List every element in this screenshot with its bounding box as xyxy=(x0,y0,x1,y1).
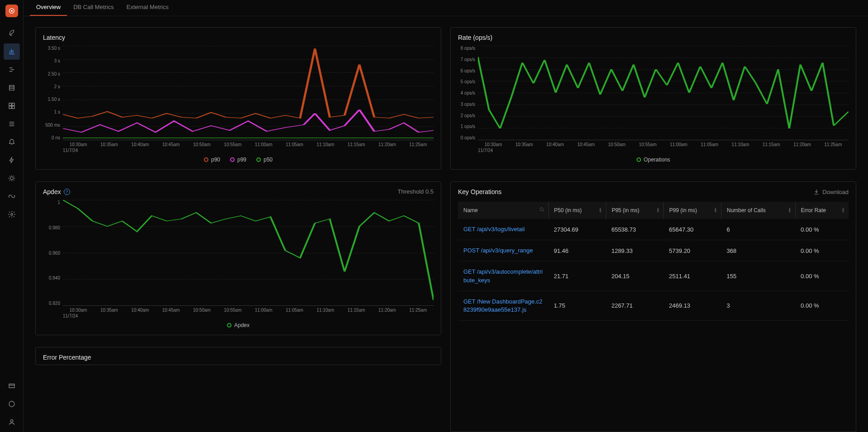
latency-x-axis: 10:30am10:35am10:40am10:45am10:50am10:55… xyxy=(63,142,434,147)
table-row: GET /api/v3/autocomplete/attribute_keys … xyxy=(458,261,849,291)
rate-y-axis: 8 ops/s7 ops/s6 ops/s5 ops/s4 ops/s3 ops… xyxy=(458,46,478,140)
traces-icon[interactable] xyxy=(4,62,20,78)
svg-point-3 xyxy=(11,214,13,215)
cell-error: 0.00 % xyxy=(795,291,849,320)
cell-error: 0.00 % xyxy=(795,219,849,240)
tab-db-call-metrics[interactable]: DB Call Metrics xyxy=(67,0,120,16)
apdex-line xyxy=(63,200,434,300)
sidebar xyxy=(0,0,24,432)
cell-p50: 27304.69 xyxy=(548,219,606,240)
key-ops-table: Name P50 (in ms)▲▼ P95 (in ms)▲▼ P99 (in… xyxy=(458,202,849,321)
col-name[interactable]: Name xyxy=(458,202,548,219)
key-operations-card: Key Operations Download Name P50 (in ms)… xyxy=(450,181,856,432)
tab-bar: Overview DB Call Metrics External Metric… xyxy=(24,0,868,16)
cell-calls: 6 xyxy=(721,219,795,240)
col-p95[interactable]: P95 (in ms)▲▼ xyxy=(606,202,663,219)
apdex-threshold: Threshold 0.5 xyxy=(398,188,434,195)
sort-icon: ▲▼ xyxy=(599,208,602,213)
app-logo[interactable] xyxy=(5,5,18,17)
error-pct-title: Error Percentage xyxy=(43,354,434,361)
user-icon[interactable] xyxy=(4,414,20,430)
rate-x-axis: 10:30am10:35am10:40am10:45am10:50am10:55… xyxy=(478,142,849,147)
col-p50[interactable]: P50 (in ms)▲▼ xyxy=(548,202,606,219)
cell-calls: 155 xyxy=(721,261,795,291)
support-icon[interactable] xyxy=(4,396,20,412)
search-icon[interactable] xyxy=(539,207,545,214)
svg-point-5 xyxy=(540,208,543,211)
cell-p99: 2469.13 xyxy=(664,291,721,320)
list-icon[interactable] xyxy=(4,116,20,132)
col-calls[interactable]: Number of Calls▲▼ xyxy=(721,202,795,219)
cell-p99: 5739.20 xyxy=(664,240,721,261)
col-p99[interactable]: P99 (in ms)▲▼ xyxy=(664,202,721,219)
cell-error: 0.00 % xyxy=(795,261,849,291)
cell-p99: 2511.41 xyxy=(664,261,721,291)
legend-operations[interactable]: Operations xyxy=(637,157,670,163)
apdex-title: Apdex ? xyxy=(43,188,434,195)
cell-p95: 204.15 xyxy=(606,261,663,291)
latency-date: 11/7/24 xyxy=(63,148,434,153)
cell-error: 0.00 % xyxy=(795,240,849,261)
apdex-card: Apdex ? Threshold 0.5 10.9800.9600.9400.… xyxy=(35,181,441,335)
key-ops-title: Key Operations xyxy=(458,188,502,195)
sort-icon: ▲▼ xyxy=(656,208,660,213)
op-link[interactable]: GET /New DashboardPage.c28239f90e9aae55e… xyxy=(458,291,548,320)
apdex-date: 11/7/24 xyxy=(63,313,434,318)
help-icon[interactable]: ? xyxy=(64,189,70,195)
tab-overview[interactable]: Overview xyxy=(30,0,67,16)
cell-p95: 2267.71 xyxy=(606,291,663,320)
cell-p95: 1289.33 xyxy=(606,240,663,261)
svg-point-0 xyxy=(11,10,13,12)
exceptions-icon[interactable] xyxy=(4,152,20,168)
cell-calls: 3 xyxy=(721,291,795,320)
rate-chart[interactable]: 8 ops/s7 ops/s6 ops/s5 ops/s4 ops/s3 ops… xyxy=(458,46,849,140)
legend-p99[interactable]: p99 xyxy=(230,157,246,163)
cell-p50: 1.75 xyxy=(548,291,606,320)
metrics-icon[interactable] xyxy=(4,43,20,60)
apdex-chart[interactable]: 10.9800.9600.9400.920 xyxy=(43,200,434,306)
main-content: Overview DB Call Metrics External Metric… xyxy=(24,0,868,432)
cell-p95: 65538.73 xyxy=(606,219,663,240)
download-button[interactable]: Download xyxy=(813,189,849,195)
billing-icon[interactable] xyxy=(4,378,20,394)
cell-p50: 21.71 xyxy=(548,261,606,291)
rocket-icon[interactable] xyxy=(4,25,20,42)
dashboards-icon[interactable] xyxy=(4,98,20,114)
cell-p50: 91.46 xyxy=(548,240,606,261)
legend-p90[interactable]: p90 xyxy=(204,157,220,163)
alerts-icon[interactable] xyxy=(4,134,20,150)
op-link[interactable]: GET /api/v3/autocomplete/attribute_keys xyxy=(458,261,548,291)
rate-card: Rate (ops/s) 8 ops/s7 ops/s6 ops/s5 ops/… xyxy=(450,27,856,170)
apdex-y-axis: 10.9800.9600.9400.920 xyxy=(43,200,63,306)
settings-icon[interactable] xyxy=(4,206,20,223)
bug-icon[interactable] xyxy=(4,170,20,186)
table-row: GET /New DashboardPage.c28239f90e9aae55e… xyxy=(458,291,849,320)
legend-apdex[interactable]: Apdex xyxy=(227,322,250,328)
op-link[interactable]: POST /api/v3/query_range xyxy=(458,240,548,261)
rate-title: Rate (ops/s) xyxy=(458,34,849,41)
legend-p50[interactable]: p50 xyxy=(256,157,273,163)
latency-card: Latency 3.50 s3 s2.50 s2 s1.50 s1 s500 m… xyxy=(35,27,441,170)
p99-line xyxy=(63,109,434,132)
svg-point-4 xyxy=(10,420,13,422)
sort-icon: ▲▼ xyxy=(788,208,792,213)
cell-calls: 368 xyxy=(721,240,795,261)
p90-line xyxy=(63,48,434,118)
svg-point-2 xyxy=(10,177,13,180)
latency-title: Latency xyxy=(43,34,434,41)
cell-p99: 65647.30 xyxy=(664,219,721,240)
op-link[interactable]: GET /api/v3/logs/livetail xyxy=(458,219,548,240)
sort-icon: ▲▼ xyxy=(841,208,845,213)
latency-chart[interactable]: 3.50 s3 s2.50 s2 s1.50 s1 s500 ms0 ns xyxy=(43,46,434,140)
download-icon xyxy=(813,189,820,195)
table-row: GET /api/v3/logs/livetail 27304.69 65538… xyxy=(458,219,849,240)
latency-y-axis: 3.50 s3 s2.50 s2 s1.50 s1 s500 ms0 ns xyxy=(43,46,63,140)
tab-external-metrics[interactable]: External Metrics xyxy=(120,0,175,16)
apdex-x-axis: 10:30am10:35am10:40am10:45am10:50am10:55… xyxy=(63,308,434,313)
sort-icon: ▲▼ xyxy=(714,208,717,213)
col-error[interactable]: Error Rate▲▼ xyxy=(795,202,849,219)
ops-line xyxy=(478,57,849,128)
logs-icon[interactable] xyxy=(4,80,20,96)
pipelines-icon[interactable] xyxy=(4,188,20,204)
table-row: POST /api/v3/query_range 91.46 1289.33 5… xyxy=(458,240,849,261)
